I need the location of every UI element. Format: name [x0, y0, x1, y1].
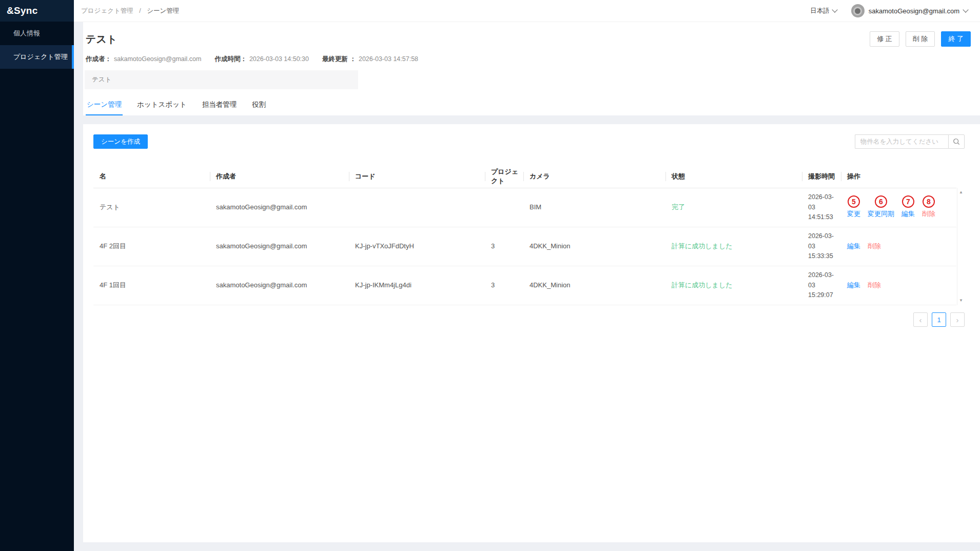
- action-stack: 編集: [847, 241, 860, 251]
- page-1-button[interactable]: 1: [932, 312, 946, 327]
- pagination: ‹ 1 ›: [93, 312, 965, 327]
- prev-page-button[interactable]: ‹: [913, 312, 928, 327]
- breadcrumb-project-management[interactable]: プロジェクト管理: [81, 7, 133, 14]
- cell-actions: 編集削除: [841, 266, 956, 305]
- language-selector[interactable]: 日本語: [810, 7, 837, 15]
- search-input[interactable]: [855, 134, 948, 149]
- scene-table: 名作成者コードプロジェクトカメラ状態撮影時間操作 テストsakamotoGeos…: [93, 165, 965, 305]
- cell-creator: sakamotoGeosign@gmail.com: [210, 227, 349, 266]
- action-link[interactable]: 削除: [868, 280, 881, 290]
- tab-scene-management[interactable]: シーン管理: [86, 95, 123, 115]
- scene-toolbar: シーンを作成: [93, 134, 965, 149]
- sidebar-item-label: 個人情報: [13, 29, 40, 38]
- app-root: &Sync 個人情報 プロジェクト管理 プロジェクト管理 / シーン管理 日本語: [0, 0, 980, 551]
- account-email: sakamotoGeosign@gmail.com: [869, 7, 959, 15]
- annotation-badge: 5: [848, 195, 860, 208]
- column-header: 作成者: [210, 165, 349, 188]
- chevron-down-icon: [832, 7, 837, 12]
- project-actions: 修 正 削 除 終 了: [870, 31, 971, 47]
- sidebar-item-label: プロジェクト管理: [13, 52, 68, 62]
- cell-name: 4F 1回目: [93, 266, 210, 305]
- action-link[interactable]: 変更同期: [868, 209, 894, 219]
- search-icon: [953, 138, 960, 145]
- tab-assignee-management[interactable]: 担当者管理: [201, 95, 238, 115]
- cell-camera: 4DKK_Minion: [523, 227, 665, 266]
- project-header-card: テスト 修 正 削 除 終 了 作成者：sakamotoGeosign@gmai…: [83, 22, 980, 115]
- table-body: テストsakamotoGeosign@gmail.comBIM完了2026-03…: [93, 188, 956, 305]
- title-row: テスト 修 正 削 除 終 了: [85, 31, 971, 47]
- sidebar: &Sync 個人情報 プロジェクト管理: [0, 0, 74, 551]
- cell-creator: sakamotoGeosign@gmail.com: [210, 266, 349, 305]
- sidebar-item-project-management[interactable]: プロジェクト管理: [0, 45, 74, 69]
- tab-role[interactable]: 役割: [251, 95, 267, 115]
- project-meta: 作成者：sakamotoGeosign@gmail.com作成時間：2026-0…: [86, 55, 971, 64]
- breadcrumb-separator: /: [139, 7, 141, 14]
- cell-camera: 4DKK_Minion: [523, 266, 665, 305]
- next-page-button[interactable]: ›: [950, 312, 965, 327]
- action-link[interactable]: 削除: [922, 209, 935, 219]
- created-value: 2026-03-03 14:50:30: [249, 55, 309, 63]
- cell-creator: sakamotoGeosign@gmail.com: [210, 188, 349, 227]
- cell-project: 3: [485, 227, 523, 266]
- avatar: [851, 4, 865, 17]
- language-label: 日本語: [810, 7, 830, 15]
- cell-project: 3: [485, 266, 523, 305]
- modify-button[interactable]: 修 正: [870, 31, 899, 47]
- sidebar-item-personal-info[interactable]: 個人情報: [0, 22, 74, 45]
- status-text: 完了: [672, 202, 685, 212]
- cell-time: 2026-03-03 15:33:35: [802, 227, 841, 266]
- delete-button[interactable]: 削 除: [906, 31, 935, 47]
- column-header: カメラ: [523, 165, 665, 188]
- action-link[interactable]: 編集: [847, 241, 860, 251]
- scroll-down-icon[interactable]: ▼: [959, 299, 963, 303]
- cell-actions: 編集削除: [841, 227, 956, 266]
- table-row: 4F 2回目sakamotoGeosign@gmail.comKJ-jp-vTX…: [93, 227, 956, 266]
- action-link[interactable]: 変更: [847, 209, 860, 219]
- tab-hotspot[interactable]: ホットスポット: [136, 95, 188, 115]
- table-header: 名作成者コードプロジェクトカメラ状態撮影時間操作: [93, 165, 956, 188]
- action-stack: 5変更: [847, 195, 860, 219]
- table-row: 4F 1回目sakamotoGeosign@gmail.comKJ-jp-IKM…: [93, 266, 956, 305]
- column-header: プロジェクト: [485, 165, 523, 188]
- action-stack: 8削除: [922, 195, 935, 219]
- breadcrumb-scene-management: シーン管理: [147, 7, 179, 14]
- annotation-badge: 6: [875, 195, 887, 208]
- cell-code: [349, 188, 485, 227]
- created-label: 作成時間：: [214, 55, 247, 63]
- cell-camera: BIM: [523, 188, 665, 227]
- avatar-lens-icon: [853, 7, 862, 15]
- column-header: 撮影時間: [802, 165, 841, 188]
- column-header: コード: [349, 165, 485, 188]
- topbar-right: 日本語 sakamotoGeosign@gmail.com: [810, 4, 968, 17]
- action-link[interactable]: 削除: [868, 241, 881, 251]
- main-area: プロジェクト管理 / シーン管理 日本語 sakamotoGeosign@gma…: [74, 0, 980, 551]
- tab-bar: シーン管理 ホットスポット 担当者管理 役割: [85, 95, 971, 115]
- search-button[interactable]: [948, 134, 965, 149]
- table-scrollbar[interactable]: ▲ ▼: [957, 188, 965, 305]
- updated-label: 最終更新 ：: [322, 55, 356, 63]
- project-description: テスト: [85, 70, 358, 89]
- creator-value: sakamotoGeosign@gmail.com: [114, 55, 201, 63]
- account-menu[interactable]: sakamotoGeosign@gmail.com: [851, 4, 968, 17]
- column-header: 名: [93, 165, 210, 188]
- scroll-up-icon[interactable]: ▲: [959, 190, 963, 194]
- finish-button[interactable]: 終 了: [941, 31, 971, 47]
- cell-code: KJ-jp-IKMm4jLg4di: [349, 266, 485, 305]
- sidebar-nav: 個人情報 プロジェクト管理: [0, 22, 74, 69]
- cell-status: 完了: [665, 188, 802, 227]
- content: テスト 修 正 削 除 終 了 作成者：sakamotoGeosign@gmai…: [74, 22, 980, 551]
- annotation-badge: 8: [923, 195, 935, 208]
- action-link[interactable]: 編集: [901, 209, 915, 219]
- cell-time: 2026-03-03 14:51:53: [802, 188, 841, 227]
- cell-status: 計算に成功しました: [665, 227, 802, 266]
- action-stack: 削除: [868, 280, 881, 290]
- updated-value: 2026-03-03 14:57:58: [359, 55, 418, 63]
- chevron-down-icon: [963, 7, 968, 12]
- column-header: 状態: [665, 165, 802, 188]
- table-row: テストsakamotoGeosign@gmail.comBIM完了2026-03…: [93, 188, 956, 227]
- column-header: 操作: [841, 165, 956, 188]
- action-link[interactable]: 編集: [847, 280, 860, 290]
- create-scene-button[interactable]: シーンを作成: [93, 134, 148, 149]
- cell-name: 4F 2回目: [93, 227, 210, 266]
- creator-label: 作成者：: [86, 55, 111, 63]
